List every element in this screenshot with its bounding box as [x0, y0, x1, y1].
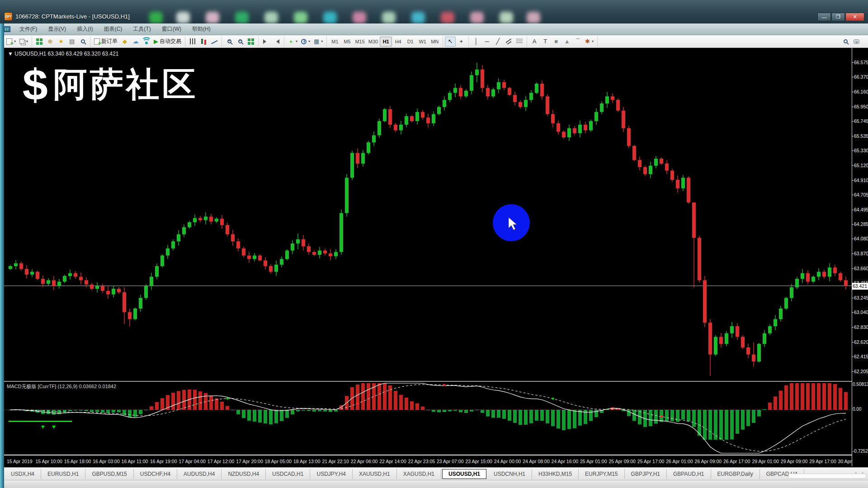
trendline-button[interactable]: ╱: [492, 37, 503, 47]
tab-eurusd-h1[interactable]: EURUSD,H1: [41, 469, 85, 479]
tab-usdcad-h1[interactable]: USDCAD,H1: [266, 469, 310, 479]
menu-item-6[interactable]: 帮助(H): [188, 24, 215, 34]
tab-usdx-h4[interactable]: USDX,H4: [5, 469, 41, 479]
panel-separator[interactable]: [4, 381, 868, 382]
tab-usdchf-h4[interactable]: USDCHF,H4: [134, 469, 177, 479]
tab-usousd-h1[interactable]: USOUSD,H1: [442, 469, 486, 479]
new-order-button-label: 新订单: [101, 38, 118, 45]
search-button[interactable]: [840, 37, 851, 47]
minimize-button[interactable]: —: [817, 13, 831, 21]
favorites-button[interactable]: ★: [56, 37, 66, 47]
chevron-down-icon[interactable]: ▾: [321, 39, 323, 43]
periods-icon: [301, 39, 307, 44]
tab-h33hkd-m15[interactable]: H33HKD,M15: [532, 469, 579, 479]
tab-eurgbp-daily[interactable]: EURGBP,Daily: [711, 469, 760, 479]
tab-gbpaud-h1[interactable]: GBPAUD,H1: [667, 469, 711, 479]
time-axis[interactable]: 15 Apr 201915 Apr 10:0015 Apr 18:0016 Ap…: [4, 455, 868, 467]
chevron-down-icon[interactable]: ▾: [296, 39, 297, 43]
chevron-down-icon[interactable]: ▾: [308, 39, 310, 43]
vertical-line-button[interactable]: │: [471, 37, 481, 47]
expert-advisors-button[interactable]: ◆: [119, 37, 130, 47]
triangle-button[interactable]: ▲: [561, 37, 572, 47]
close-button[interactable]: ✕: [845, 13, 864, 21]
signals-button[interactable]: [141, 37, 152, 47]
line-chart-icon: [211, 39, 217, 44]
market-watch-button[interactable]: [34, 37, 45, 47]
cloud-button[interactable]: ☁: [130, 37, 141, 47]
text-label-button[interactable]: T: [540, 37, 551, 47]
menu-item-1[interactable]: 显示(V): [43, 24, 71, 34]
time-tick: 24 Apr 00:00: [494, 459, 521, 464]
rectangle-button[interactable]: ■: [551, 37, 561, 47]
menu-item-3[interactable]: 图表(C): [99, 24, 127, 34]
maximize-button[interactable]: ❐: [831, 13, 845, 21]
chevron-down-icon[interactable]: ▾: [592, 39, 594, 43]
periods-button[interactable]: ▾: [299, 37, 312, 47]
timeframe-d1-button[interactable]: D1: [404, 37, 416, 47]
indicators-button[interactable]: ＋▾: [286, 37, 299, 47]
price-tick: 63.040: [854, 310, 868, 315]
arrows-button[interactable]: ✱▾: [583, 37, 595, 47]
tab-gbpjpy-h1[interactable]: GBPJPY,H1: [625, 469, 667, 479]
chat-button[interactable]: [851, 37, 862, 47]
text-button[interactable]: A: [529, 37, 540, 47]
candlestick-chart-button[interactable]: [198, 37, 209, 47]
arc-button[interactable]: ⌒: [572, 37, 583, 47]
tab-xauusd-h1[interactable]: XAUUSD,H1: [353, 469, 397, 479]
line-chart-button[interactable]: [209, 37, 220, 47]
timeframe-m1-button[interactable]: M1: [329, 37, 341, 47]
crosshair-button[interactable]: +: [456, 37, 467, 47]
tab-xagusd-h1[interactable]: XAGUSD,H1: [397, 469, 441, 479]
timeframe-h1-button[interactable]: H1: [380, 37, 392, 47]
terminal-button[interactable]: ▤: [66, 37, 77, 47]
bar-chart-button[interactable]: [187, 37, 198, 47]
channel-button[interactable]: [503, 37, 514, 47]
profiles-button[interactable]: ▾: [18, 37, 30, 47]
navigator-button[interactable]: ⊕: [45, 37, 56, 47]
menu-item-4[interactable]: 工具(T): [128, 24, 155, 34]
price-axis[interactable]: 66.57566.37066.16065.95065.74565.53565.3…: [852, 48, 868, 466]
auto-scroll-button[interactable]: [260, 37, 271, 47]
tab-audusd-h4[interactable]: AUDUSD,H4: [177, 469, 222, 479]
tab-usdjpy-h4[interactable]: USDJPY,H4: [310, 469, 352, 479]
trendline-icon: ╱: [496, 38, 500, 44]
zoom-out-icon: −: [238, 39, 242, 43]
new-order-button[interactable]: 新订单: [92, 37, 119, 47]
menu-item-5[interactable]: 窗口(W): [157, 24, 186, 34]
timeframe-m5-button[interactable]: M5: [341, 37, 353, 47]
timeframe-h4-button[interactable]: H4: [392, 37, 404, 47]
timeframe-w1-button[interactable]: W1: [416, 37, 429, 47]
fibonacci-button[interactable]: [514, 37, 525, 47]
chevron-down-icon[interactable]: ▾: [26, 39, 28, 43]
zoom-out-button[interactable]: −: [235, 37, 245, 47]
horizontal-line-button[interactable]: ─: [481, 37, 492, 47]
zoom-in-button[interactable]: +: [224, 37, 235, 47]
price-tick: 63.870: [854, 251, 868, 256]
candlestick-chart[interactable]: ▼ USOUSD,H1 63.340 63.429 63.320 63.421 …: [4, 48, 852, 381]
chart-shift-button[interactable]: [271, 37, 282, 47]
title-bar[interactable]: CPT 1066728: CPTMarkets-Live - [USOUSD,H…: [0, 0, 868, 23]
tab-gbpusd-m15[interactable]: GBPUSD,M15: [85, 469, 133, 479]
timeframe-m15-button[interactable]: M15: [353, 37, 366, 47]
macd-panel[interactable]: MACD无极版 [CurrTF] (12,26,9) 0.03662 0.018…: [4, 382, 852, 455]
macd-scale-bottom: -0.72524: [853, 449, 868, 454]
templates-button[interactable]: ▦▾: [312, 37, 325, 47]
menu-item-0[interactable]: 文件(F): [15, 24, 42, 34]
tile-windows-button[interactable]: [245, 37, 256, 47]
price-tick: 63.660: [854, 266, 868, 271]
new-chart-button[interactable]: ▾: [5, 37, 18, 47]
chevron-down-icon[interactable]: ▾: [14, 39, 16, 43]
expert-advisors-icon: ◆: [123, 38, 127, 44]
price-tick: 64.080: [854, 236, 868, 241]
bar-chart-icon: [190, 38, 196, 44]
cursor-button[interactable]: ↖: [445, 37, 456, 47]
tab-eurjpy-m15[interactable]: EURJPY,M15: [579, 469, 624, 479]
autotrading-button[interactable]: ▶自动交易: [152, 37, 183, 47]
tab-nzdusd-h4[interactable]: NZDUSD,H4: [222, 469, 266, 479]
chart-window-icon[interactable]: [4, 26, 10, 32]
tab-usdcnh-h1[interactable]: USDCNH,H1: [487, 469, 532, 479]
strategy-tester-button[interactable]: [77, 37, 88, 47]
timeframe-m30-button[interactable]: M30: [367, 37, 380, 47]
menu-item-2[interactable]: 插入(I): [72, 24, 97, 34]
timeframe-mn-button[interactable]: MN: [429, 37, 441, 47]
